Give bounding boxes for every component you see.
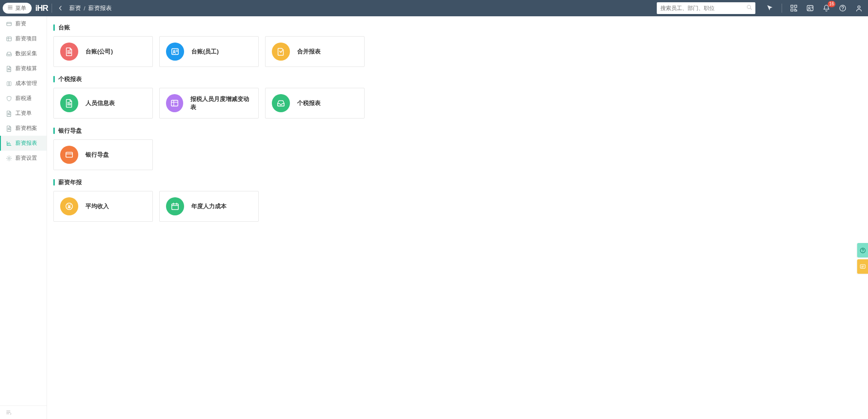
list-icon	[5, 35, 12, 42]
accent-bar	[53, 76, 55, 82]
sidebar-item-8[interactable]: 薪资报表	[0, 136, 47, 151]
sidebar-item-label: 薪资设置	[15, 154, 37, 162]
report-card[interactable]: 年度人力成本	[159, 191, 259, 222]
sidebar-item-label: 薪税通	[15, 95, 32, 102]
sidebar-item-5[interactable]: 薪税通	[0, 91, 47, 106]
chart-icon	[5, 140, 12, 147]
search-box[interactable]	[657, 2, 755, 14]
sidebar-item-label: 薪资	[15, 20, 26, 28]
shield-icon	[5, 95, 12, 102]
content: 台账台账(公司)台账(员工)合并报表个税报表人员信息表报税人员月度增减变动表个税…	[47, 16, 868, 419]
report-card[interactable]: 平均收入	[53, 191, 153, 222]
card-label: 平均收入	[85, 202, 109, 210]
card-grid: 台账(公司)台账(员工)合并报表	[53, 36, 863, 67]
report-card[interactable]: 报税人员月度增减变动表	[159, 88, 259, 119]
report-card[interactable]: 台账(公司)	[53, 36, 153, 67]
pointer-icon[interactable]	[765, 4, 774, 13]
float-help-button[interactable]	[857, 243, 868, 257]
card-label: 台账(员工)	[191, 48, 219, 56]
sidebar-item-label: 成本管理	[15, 80, 37, 87]
card-grid: 平均收入年度人力成本	[53, 191, 863, 222]
folder-icon	[5, 125, 12, 132]
menu-button[interactable]: 菜单	[3, 3, 32, 14]
search-input[interactable]	[657, 2, 755, 14]
section-title-label: 台账	[58, 24, 70, 32]
sidebar-item-1[interactable]: 薪资项目	[0, 31, 47, 46]
sidebar-item-label: 薪资报表	[15, 139, 37, 147]
notification-badge: 16	[828, 1, 835, 7]
accent-bar	[53, 128, 55, 134]
sidebar-item-9[interactable]: 薪资设置	[0, 151, 47, 166]
doc-icon	[60, 43, 78, 61]
separator	[782, 4, 782, 13]
yen-icon	[60, 197, 78, 215]
topbar-actions: 16	[765, 4, 863, 13]
back-button[interactable]	[56, 3, 66, 13]
sidebar-item-label: 薪资项目	[15, 35, 37, 43]
floating-actions	[857, 243, 868, 274]
breadcrumb-root[interactable]: 薪资	[69, 4, 81, 12]
card-label: 台账(公司)	[85, 48, 113, 56]
search-icon	[746, 5, 753, 12]
book-icon	[5, 80, 12, 87]
float-feedback-button[interactable]	[857, 259, 868, 274]
help-icon[interactable]	[838, 4, 847, 13]
card-label: 银行导盘	[85, 151, 109, 159]
report-card[interactable]: 个税报表	[265, 88, 365, 119]
receipt-icon	[5, 110, 12, 117]
section-title-label: 银行导盘	[58, 127, 82, 135]
sidebar-item-3[interactable]: 薪资核算	[0, 61, 47, 76]
section-title-label: 薪资年报	[58, 178, 82, 186]
sidebar-item-label: 数据采集	[15, 50, 37, 57]
sidebar: 薪资薪资项目数据采集薪资核算成本管理薪税通工资单薪资档案薪资报表薪资设置	[0, 16, 47, 419]
accent-bar	[53, 179, 55, 186]
breadcrumb-current: 薪资报表	[88, 4, 112, 12]
section-title: 台账	[53, 24, 863, 32]
section-title: 银行导盘	[53, 127, 863, 135]
report-card[interactable]: 人员信息表	[53, 88, 153, 119]
report-card[interactable]: 银行导盘	[53, 139, 153, 170]
accent-bar	[53, 24, 55, 31]
section-title: 个税报表	[53, 75, 863, 83]
report-card[interactable]: 合并报表	[265, 36, 365, 67]
collapse-icon	[5, 409, 12, 416]
app-logo: iHR	[35, 4, 48, 13]
separator	[52, 4, 52, 13]
card-icon	[60, 146, 78, 164]
merge-doc-icon	[272, 43, 290, 61]
card-label: 人员信息表	[85, 99, 115, 107]
sidebar-item-2[interactable]: 数据采集	[0, 46, 47, 61]
card-label: 合并报表	[297, 48, 321, 56]
notifications-button[interactable]: 16	[822, 4, 831, 13]
inbox-icon	[272, 94, 290, 112]
section-2: 银行导盘银行导盘	[53, 127, 863, 170]
report-card[interactable]: 台账(员工)	[159, 36, 259, 67]
menu-icon	[7, 5, 13, 12]
qr-icon[interactable]	[789, 4, 798, 13]
sidebar-item-0[interactable]: 薪资	[0, 16, 47, 31]
section-0: 台账台账(公司)台账(员工)合并报表	[53, 24, 863, 67]
sidebar-item-4[interactable]: 成本管理	[0, 76, 47, 91]
id-icon	[166, 43, 184, 61]
doc-icon	[60, 94, 78, 112]
user-icon[interactable]	[854, 4, 863, 13]
card-grid: 银行导盘	[53, 139, 863, 170]
card-label: 报税人员月度增减变动表	[190, 95, 252, 111]
sidebar-collapse-button[interactable]	[0, 405, 47, 419]
table-icon	[166, 94, 183, 112]
calc-icon	[5, 65, 12, 72]
breadcrumb-sep: /	[84, 5, 85, 12]
gear-icon	[5, 155, 12, 162]
contacts-icon[interactable]	[806, 4, 815, 13]
section-title: 薪资年报	[53, 178, 863, 186]
calendar-icon	[166, 197, 184, 215]
sidebar-item-label: 薪资核算	[15, 65, 37, 72]
collect-icon	[5, 50, 12, 57]
sidebar-item-7[interactable]: 薪资档案	[0, 121, 47, 136]
wallet-icon	[5, 20, 12, 27]
section-title-label: 个税报表	[58, 75, 82, 83]
topbar: 菜单 iHR 薪资 / 薪资报表 16	[0, 0, 868, 16]
breadcrumb: 薪资 / 薪资报表	[69, 4, 112, 12]
sidebar-item-6[interactable]: 工资单	[0, 106, 47, 121]
card-grid: 人员信息表报税人员月度增减变动表个税报表	[53, 88, 863, 119]
